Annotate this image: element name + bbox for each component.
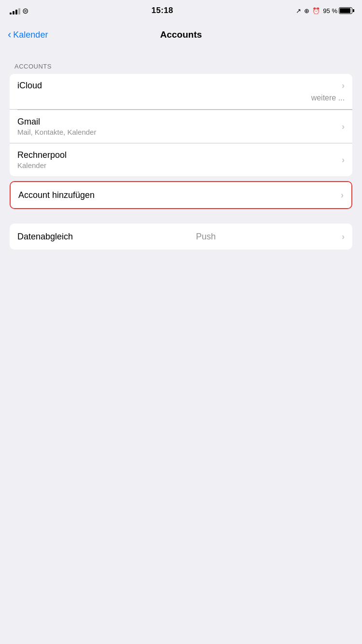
icloud-chevron-icon: › bbox=[342, 81, 345, 91]
wifi-icon: ⊜ bbox=[22, 6, 28, 15]
add-account-label: Account hinzufügen bbox=[18, 190, 95, 200]
signal-icon bbox=[10, 7, 20, 14]
icloud-row-top: iCloud › bbox=[10, 74, 352, 94]
rechnerpool-subtitle: Kalender bbox=[17, 161, 342, 169]
gmail-chevron-icon: › bbox=[342, 122, 345, 132]
add-account-card: Account hinzufügen › bbox=[10, 181, 352, 209]
section-label-accounts: ACCOUNTS bbox=[0, 63, 362, 74]
back-button[interactable]: ‹ Kalender bbox=[8, 30, 48, 40]
rechnerpool-chevron-icon: › bbox=[342, 155, 345, 165]
page-title: Accounts bbox=[160, 29, 202, 40]
status-time: 15:18 bbox=[152, 6, 173, 15]
battery-fill bbox=[340, 8, 350, 13]
gmail-title: Gmail bbox=[17, 117, 342, 127]
icloud-row-bottom: weitere ... bbox=[10, 94, 352, 109]
sync-value: Push bbox=[196, 232, 216, 242]
battery: 95 % bbox=[323, 7, 352, 14]
sync-chevron-icon: › bbox=[342, 232, 345, 242]
nav-bar: ‹ Kalender Accounts bbox=[0, 21, 362, 48]
status-bar: ⊜ 15:18 ↗ ⊕ ⏰ 95 % bbox=[0, 0, 362, 21]
add-account-chevron-icon: › bbox=[341, 190, 344, 200]
rechnerpool-item-left: Rechnerpool Kalender bbox=[17, 150, 342, 169]
icloud-weitere: weitere ... bbox=[311, 94, 345, 102]
icloud-title: iCloud bbox=[17, 81, 42, 91]
accounts-card: iCloud › weitere ... Gmail Mail, Kontakt… bbox=[10, 74, 352, 176]
gmail-item-left: Gmail Mail, Kontakte, Kalender bbox=[17, 117, 342, 136]
battery-icon bbox=[339, 7, 352, 14]
alarm-icon: ⏰ bbox=[312, 7, 320, 14]
sync-section: Datenabgleich Push › bbox=[0, 224, 362, 250]
add-account-item[interactable]: Account hinzufügen › bbox=[11, 182, 351, 208]
back-label: Kalender bbox=[13, 30, 48, 40]
status-right: ↗ ⊕ ⏰ 95 % bbox=[296, 7, 352, 14]
content: ACCOUNTS iCloud › weitere ... Gmail Mail… bbox=[0, 48, 362, 250]
location-icon: ↗ bbox=[296, 7, 301, 14]
list-item[interactable]: Gmail Mail, Kontakte, Kalender › bbox=[10, 110, 352, 143]
list-item[interactable]: iCloud › weitere ... bbox=[10, 74, 352, 110]
status-left: ⊜ bbox=[10, 6, 28, 15]
sync-card: Datenabgleich Push › bbox=[10, 224, 352, 250]
battery-percent: 95 % bbox=[323, 7, 337, 14]
rechnerpool-title: Rechnerpool bbox=[17, 150, 342, 160]
sync-label: Datenabgleich bbox=[17, 232, 73, 242]
list-item[interactable]: Rechnerpool Kalender › bbox=[10, 143, 352, 176]
lock-icon: ⊕ bbox=[304, 7, 309, 14]
sync-item[interactable]: Datenabgleich Push › bbox=[10, 224, 352, 250]
back-chevron-icon: ‹ bbox=[8, 29, 11, 40]
gmail-subtitle: Mail, Kontakte, Kalender bbox=[17, 128, 342, 136]
